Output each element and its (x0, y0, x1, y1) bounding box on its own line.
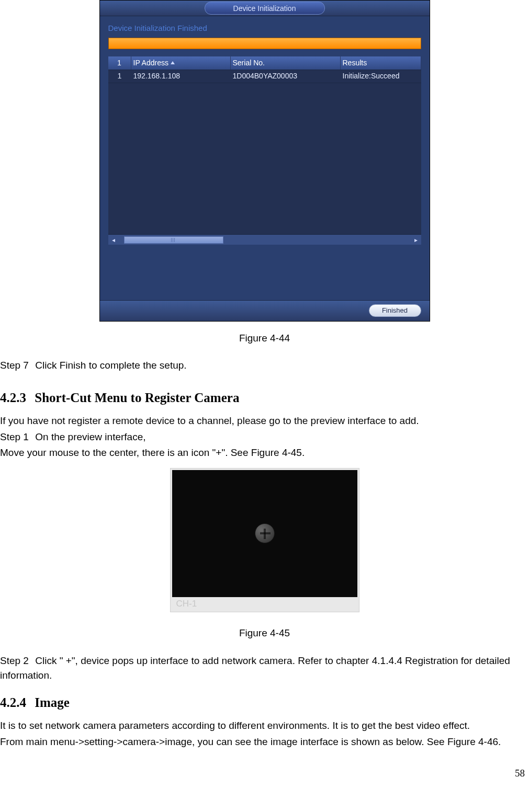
step1-text2: Move your mouse to the center, there is … (0, 445, 529, 461)
section-424-title: Image (35, 695, 70, 710)
channel-label: CH-1 (172, 598, 214, 610)
device-init-dialog: Device Initialization Device Initializat… (99, 0, 430, 322)
finished-button[interactable]: Finished (369, 304, 421, 317)
cell-results: Initialize:Succeed (341, 71, 421, 82)
table-header: 1 IP Address Serial No. Results (108, 56, 421, 70)
section-423-title: Short-Cut Menu to Register Camera (35, 391, 239, 405)
col-index[interactable]: 1 (108, 56, 131, 70)
preview-tile[interactable]: CH-1 (170, 468, 359, 612)
col-results[interactable]: Results (341, 56, 421, 70)
section-424-heading: 4.2.4 Image (0, 693, 529, 713)
col-serial[interactable]: Serial No. (231, 56, 341, 70)
dialog-gap (100, 253, 430, 300)
section-423-number: 4.2.3 (0, 391, 26, 405)
section-423-heading: 4.2.3 Short-Cut Menu to Register Camera (0, 388, 529, 408)
page-number: 58 (0, 766, 529, 781)
col-ip-label: IP Address (133, 58, 168, 68)
section-424-p2: From main menu->setting->camera->image, … (0, 735, 529, 750)
progress-label: Device Initialization Finished (108, 22, 421, 35)
section-424-p1: It is to set network camera parameters a… (0, 718, 529, 734)
cell-serial: 1D004B0YAZ00003 (231, 71, 341, 82)
dialog-title: Device Initialization (205, 2, 325, 15)
step2-text: Click " +", device pops up interface to … (0, 655, 510, 681)
section-423-intro: If you have not register a remote device… (0, 414, 529, 429)
section-424-number: 4.2.4 (0, 695, 26, 710)
table-empty-area (108, 83, 421, 234)
step7-number: Step 7 (0, 358, 32, 373)
table-row[interactable]: 1 192.168.1.108 1D004B0YAZ00003 Initiali… (108, 70, 421, 83)
scrollbar-grip-icon (171, 238, 175, 242)
step7-text: Click Finish to complete the setup. (35, 360, 186, 371)
scroll-left-icon[interactable]: ◂ (110, 236, 117, 244)
sort-ascending-icon (171, 61, 175, 64)
cell-index: 1 (108, 71, 131, 82)
preview-tile-inner (172, 470, 357, 597)
progress-bar (108, 38, 421, 49)
figure1-caption: Figure 4-44 (0, 331, 529, 346)
horizontal-scrollbar[interactable]: ◂ ▸ (108, 234, 421, 245)
dialog-titlebar: Device Initialization (100, 1, 430, 16)
step1-number: Step 1 (0, 430, 32, 445)
step1-text: On the preview interface, (35, 431, 145, 442)
scroll-right-icon[interactable]: ▸ (412, 236, 420, 244)
dialog-footer: Finished (100, 300, 430, 321)
step2-number: Step 2 (0, 654, 32, 669)
cell-ip: 192.168.1.108 (131, 71, 231, 82)
figure2-caption: Figure 4-45 (0, 626, 529, 641)
plus-icon[interactable] (255, 523, 275, 543)
col-ip[interactable]: IP Address (131, 56, 231, 70)
